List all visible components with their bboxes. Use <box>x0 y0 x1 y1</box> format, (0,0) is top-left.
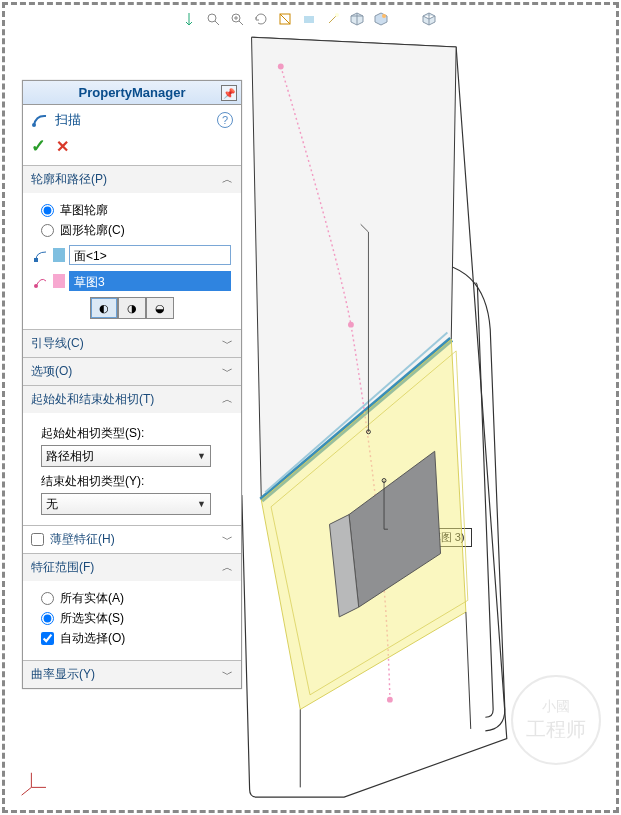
chevron-down-icon: ﹀ <box>222 336 233 351</box>
display-icon[interactable] <box>300 10 318 28</box>
property-manager-panel: PropertyManager 📌 扫描 ? ✓ ✕ 轮廓和路径(P) ︿ 草图… <box>22 80 242 689</box>
svg-rect-12 <box>34 258 38 262</box>
separator <box>396 10 414 28</box>
ok-button[interactable]: ✓ <box>31 135 46 157</box>
svg-point-13 <box>34 284 38 288</box>
start-tangency-dropdown[interactable]: 路径相切▼ <box>41 445 211 467</box>
confirm-row: ✓ ✕ <box>23 135 241 165</box>
path-icon <box>33 273 49 289</box>
svg-point-11 <box>32 123 36 127</box>
section-curvature[interactable]: 曲率显示(Y)﹀ <box>23 661 241 688</box>
section-header[interactable]: 特征范围(F)︿ <box>23 554 241 581</box>
pm-title: PropertyManager <box>79 85 186 100</box>
svg-rect-3 <box>304 16 314 23</box>
chevron-down-icon: ▼ <box>197 499 206 509</box>
thin-checkbox[interactable] <box>31 533 44 546</box>
sweep-icon <box>31 111 49 129</box>
section-thin[interactable]: 薄壁特征(H) ﹀ <box>23 526 241 553</box>
cube-icon[interactable] <box>420 10 438 28</box>
view-toolbar <box>180 10 438 28</box>
wand-icon[interactable] <box>324 10 342 28</box>
svg-point-5 <box>382 14 386 18</box>
pin-icon[interactable]: 📌 <box>221 85 237 101</box>
feature-name: 扫描 <box>55 111 81 129</box>
path-swatch <box>53 274 65 288</box>
section-scope: 特征范围(F)︿ 所有实体(A) 所选实体(S) 自动选择(O) <box>23 553 241 660</box>
end-tangency-dropdown[interactable]: 无▼ <box>41 493 211 515</box>
path-field[interactable]: 草图3 <box>69 271 231 291</box>
svg-point-7 <box>348 322 354 328</box>
section-header[interactable]: 起始处和结束处相切(T)︿ <box>23 386 241 413</box>
chevron-down-icon: ﹀ <box>222 532 233 547</box>
profile-icon <box>33 247 49 263</box>
section-tangency: 起始处和结束处相切(T)︿ 起始处相切类型(S): 路径相切▼ 结束处相切类型(… <box>23 385 241 525</box>
chevron-down-icon: ▼ <box>197 451 206 461</box>
radio-all-bodies[interactable] <box>41 592 54 605</box>
pm-header: PropertyManager 📌 <box>23 81 241 105</box>
align-toggle-3[interactable]: ◒ <box>146 297 174 319</box>
profile-swatch <box>53 248 65 262</box>
svg-point-8 <box>387 697 393 703</box>
end-tangency-label: 结束处相切类型(Y): <box>41 473 231 490</box>
svg-point-6 <box>278 64 284 70</box>
zoom-fit-icon[interactable] <box>204 10 222 28</box>
chevron-up-icon: ︿ <box>222 172 233 187</box>
rotate-icon[interactable] <box>252 10 270 28</box>
iso-icon[interactable] <box>348 10 366 28</box>
zoom-area-icon[interactable] <box>228 10 246 28</box>
alignment-toggle-group: ◐ ◑ ◒ <box>33 297 231 319</box>
cancel-button[interactable]: ✕ <box>56 137 69 156</box>
scene-icon[interactable] <box>372 10 390 28</box>
start-tangency-label: 起始处相切类型(S): <box>41 425 231 442</box>
svg-point-0 <box>208 14 216 22</box>
profile-field[interactable]: 面<1> <box>69 245 231 265</box>
radio-selected-bodies[interactable] <box>41 612 54 625</box>
section-header[interactable]: 轮廓和路径(P) ︿ <box>23 166 241 193</box>
chevron-up-icon: ︿ <box>222 560 233 575</box>
svg-point-4 <box>335 13 339 17</box>
section-guide[interactable]: 引导线(C)﹀ <box>23 330 241 357</box>
chevron-up-icon: ︿ <box>222 392 233 407</box>
align-toggle-2[interactable]: ◑ <box>118 297 146 319</box>
section-options[interactable]: 选项(O)﹀ <box>23 358 241 385</box>
radio-sketch-profile[interactable] <box>41 204 54 217</box>
path-selection-row: 草图3 <box>33 271 231 291</box>
chevron-down-icon: ﹀ <box>222 364 233 379</box>
align-toggle-1[interactable]: ◐ <box>90 297 118 319</box>
section-profile-path: 轮廓和路径(P) ︿ 草图轮廓 圆形轮廓(C) 面<1> 草图3 ◐ ◑ ◒ <box>23 165 241 329</box>
tool-icon[interactable] <box>180 10 198 28</box>
auto-select-checkbox[interactable] <box>41 632 54 645</box>
chevron-down-icon: ﹀ <box>222 667 233 682</box>
help-icon[interactable]: ? <box>217 112 233 128</box>
profile-selection-row: 面<1> <box>33 245 231 265</box>
section-icon[interactable] <box>276 10 294 28</box>
radio-circular-profile[interactable] <box>41 224 54 237</box>
feature-header: 扫描 ? <box>23 105 241 135</box>
